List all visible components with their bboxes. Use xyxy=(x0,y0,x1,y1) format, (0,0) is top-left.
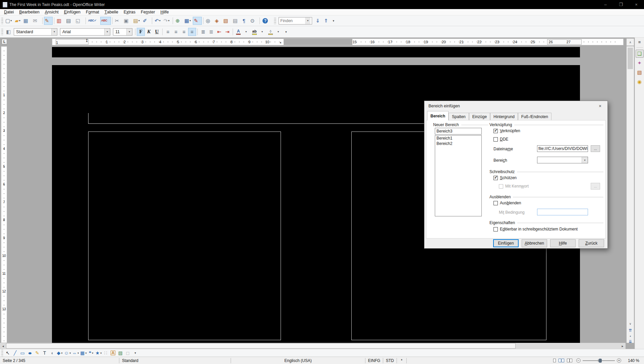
zoom-out-icon[interactable]: − xyxy=(576,358,581,363)
scroll-left-icon[interactable]: ◂ xyxy=(0,343,6,349)
redo-icon[interactable]: ↷ ▾ xyxy=(163,17,172,25)
help-icon[interactable]: ? xyxy=(261,17,269,25)
rectangle-icon[interactable]: ▭ xyxy=(19,350,26,357)
menu-item[interactable]: Fenster xyxy=(138,9,158,15)
menu-item[interactable]: Einfügen xyxy=(61,9,83,15)
freeform-line-icon[interactable]: ✎ xyxy=(34,350,41,357)
tab-spalten[interactable]: Spalten xyxy=(449,113,469,120)
text-frame-left[interactable] xyxy=(88,132,281,340)
bold-button[interactable]: F xyxy=(137,28,145,36)
text-box-icon[interactable]: T xyxy=(41,350,49,357)
chevron-down-icon[interactable]: ▾ xyxy=(104,29,110,35)
export-pdf-icon[interactable]: ▥ xyxy=(56,17,65,25)
menu-item[interactable]: Ansicht xyxy=(42,9,61,15)
align-right-icon[interactable]: ≡ xyxy=(180,28,188,36)
block-arrows-icon[interactable]: ⇔ ▾ xyxy=(71,350,79,357)
sidebar-tab-navigator-icon[interactable]: ◉ xyxy=(636,78,644,86)
paste-icon[interactable]: ▤ ▾ xyxy=(132,17,141,25)
checkbox-schuetzen[interactable]: Schützen xyxy=(493,175,517,180)
toolbar-grip[interactable] xyxy=(1,350,3,356)
modified-indicator[interactable]: * xyxy=(397,357,406,364)
checkbox-verknuepfen[interactable]: Verknüpfen xyxy=(493,128,520,133)
previous-page-bottom[interactable] xyxy=(52,47,580,57)
align-left-icon[interactable]: ≡ xyxy=(164,28,172,36)
zurueck-button[interactable]: Zurück xyxy=(579,239,604,247)
menu-item[interactable]: Hilfe xyxy=(158,9,171,15)
stars-icon[interactable]: ★ ▾ xyxy=(95,350,103,357)
menu-item[interactable]: Datei xyxy=(1,9,16,15)
horizontal-scrollbar[interactable]: ◂ ▸ xyxy=(0,343,626,349)
book-view-icon[interactable] xyxy=(567,359,572,362)
zoom-icon[interactable]: ⊙ xyxy=(249,17,258,25)
navigator-icon[interactable]: ◈ xyxy=(214,17,223,25)
toolbar-grip[interactable] xyxy=(1,17,3,24)
checkbox[interactable] xyxy=(493,176,498,180)
checkbox[interactable] xyxy=(493,201,498,205)
tab-hintergrund[interactable]: Hintergrund xyxy=(490,113,518,120)
selection-mode-indicator[interactable]: STD xyxy=(383,357,397,364)
insert-mode-indicator[interactable]: EINFG xyxy=(365,357,383,364)
section-list-item[interactable]: Bereich2 xyxy=(435,141,481,146)
increase-indent-icon[interactable]: ⇥ xyxy=(223,28,231,36)
toolbar-overflow-icon[interactable]: ▾ xyxy=(284,30,288,34)
toolbar-grip[interactable] xyxy=(1,29,3,35)
menu-item[interactable]: Bearbeiten xyxy=(16,9,42,15)
copy-icon[interactable]: ▣ xyxy=(123,17,132,25)
align-justify-icon[interactable]: ≡ xyxy=(188,28,196,36)
sidebar-menu-icon[interactable]: ≡ xyxy=(638,40,641,45)
previous-page-icon[interactable]: ⇈ xyxy=(627,327,634,333)
zoom-in-icon[interactable]: + xyxy=(617,358,621,363)
section-name-input[interactable]: Bereich3 xyxy=(435,128,482,135)
fontwork-icon[interactable]: A xyxy=(110,350,117,357)
cut-icon[interactable]: ✂ xyxy=(114,17,123,25)
gallery-icon[interactable]: ▧ xyxy=(222,17,232,25)
new-document-icon[interactable]: ▢ ▾ xyxy=(4,17,14,25)
symbol-shapes-icon[interactable]: ☺ ▾ xyxy=(63,350,71,357)
font-color-icon[interactable]: A xyxy=(234,28,242,36)
align-center-icon[interactable]: ≡ xyxy=(172,28,180,36)
dialog-close-icon[interactable]: × xyxy=(593,101,607,111)
dropdown-icon[interactable]: ▾ xyxy=(275,28,283,36)
ellipse-icon[interactable]: ● xyxy=(26,350,34,357)
scroll-down-icon[interactable]: ∨ xyxy=(627,321,634,326)
checkbox-editierbar[interactable]: Editierbar in schreibgeschütztem Dokumen… xyxy=(493,227,578,231)
menu-item[interactable]: Extras xyxy=(121,9,138,15)
page-indicator[interactable]: Seite 2 / 345 xyxy=(0,357,119,364)
data-sources-icon[interactable]: ▤ xyxy=(232,17,241,25)
menu-item[interactable]: Tabelle xyxy=(102,9,121,15)
vertical-scrollbar[interactable]: ∨ ⇈ ● ⇊ xyxy=(627,46,634,343)
find-next-icon[interactable]: ⇓ xyxy=(313,18,322,24)
hilfe-button[interactable]: Hilfe xyxy=(550,239,576,247)
dropdown-icon[interactable]: ▾ xyxy=(242,28,250,36)
tab-bereich[interactable]: Bereich xyxy=(427,111,449,120)
find-combobox[interactable]: ▾ xyxy=(279,17,312,24)
navigation-icon[interactable]: ● xyxy=(627,333,634,339)
toolbar-overflow-icon[interactable]: ▾ xyxy=(331,18,336,23)
chevron-down-icon[interactable]: ▾ xyxy=(582,157,588,163)
single-page-view-icon[interactable] xyxy=(553,359,556,362)
zoom-slider[interactable]: − + xyxy=(576,358,621,363)
zoom-slider-thumb[interactable] xyxy=(599,359,602,363)
abbrechen-button[interactable]: Abbrechen xyxy=(522,239,547,247)
nonprinting-characters-icon[interactable]: ¶ xyxy=(241,17,249,25)
multi-page-view-icon[interactable] xyxy=(559,359,564,362)
spellcheck-icon[interactable]: ABC✓ xyxy=(87,17,100,25)
checkbox-ausblenden[interactable]: Ausblenden xyxy=(493,201,521,205)
extrusion-icon[interactable]: ◻ xyxy=(124,350,132,357)
numbered-list-icon[interactable]: ≣ xyxy=(199,28,207,36)
basic-shapes-icon[interactable]: ◆ ▾ xyxy=(56,350,63,357)
checkbox-dde[interactable]: DDE xyxy=(493,137,508,142)
line-icon[interactable]: ╱ xyxy=(12,350,19,357)
section-list-item[interactable]: Bereich1 xyxy=(435,136,481,141)
chevron-down-icon[interactable]: ▾ xyxy=(126,29,132,35)
open-icon[interactable]: ▰ ▾ xyxy=(14,17,22,25)
email-icon[interactable]: ✉ xyxy=(32,17,41,25)
indent-marker[interactable]: ▼ ▲ xyxy=(85,39,89,42)
horizontal-scrollbar-thumb[interactable] xyxy=(6,343,516,349)
toolbar-overflow-icon[interactable]: ▾ xyxy=(133,351,137,355)
find-replace-icon[interactable]: ◎ xyxy=(205,17,214,25)
italic-button[interactable]: K xyxy=(145,28,153,36)
edit-file-icon[interactable]: ✎ xyxy=(44,17,53,25)
browse-button[interactable]: ... xyxy=(591,145,600,152)
font-combobox[interactable]: Arial ▾ xyxy=(60,28,110,36)
